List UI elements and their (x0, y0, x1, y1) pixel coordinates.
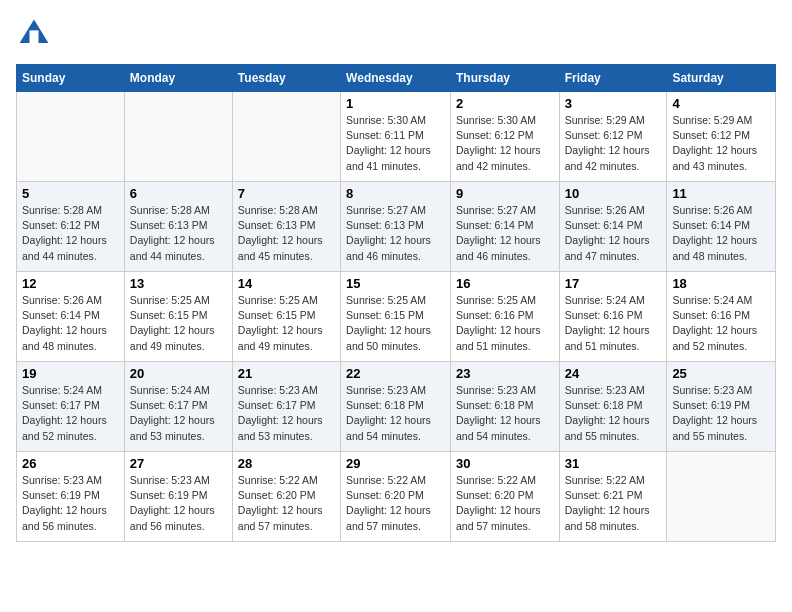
day-info: Sunrise: 5:23 AM Sunset: 6:19 PM Dayligh… (22, 473, 119, 534)
calendar-cell (667, 452, 776, 542)
day-info: Sunrise: 5:24 AM Sunset: 6:17 PM Dayligh… (22, 383, 119, 444)
calendar-cell: 4Sunrise: 5:29 AM Sunset: 6:12 PM Daylig… (667, 92, 776, 182)
calendar-cell: 11Sunrise: 5:26 AM Sunset: 6:14 PM Dayli… (667, 182, 776, 272)
calendar-body: 1Sunrise: 5:30 AM Sunset: 6:11 PM Daylig… (17, 92, 776, 542)
day-info: Sunrise: 5:23 AM Sunset: 6:18 PM Dayligh… (346, 383, 445, 444)
calendar-week-row: 5Sunrise: 5:28 AM Sunset: 6:12 PM Daylig… (17, 182, 776, 272)
calendar-cell (17, 92, 125, 182)
day-number: 3 (565, 96, 662, 111)
day-info: Sunrise: 5:27 AM Sunset: 6:13 PM Dayligh… (346, 203, 445, 264)
day-number: 26 (22, 456, 119, 471)
day-info: Sunrise: 5:23 AM Sunset: 6:17 PM Dayligh… (238, 383, 335, 444)
calendar-cell: 3Sunrise: 5:29 AM Sunset: 6:12 PM Daylig… (559, 92, 667, 182)
calendar-cell: 20Sunrise: 5:24 AM Sunset: 6:17 PM Dayli… (124, 362, 232, 452)
calendar-cell: 31Sunrise: 5:22 AM Sunset: 6:21 PM Dayli… (559, 452, 667, 542)
day-info: Sunrise: 5:28 AM Sunset: 6:12 PM Dayligh… (22, 203, 119, 264)
day-info: Sunrise: 5:22 AM Sunset: 6:20 PM Dayligh… (456, 473, 554, 534)
day-number: 20 (130, 366, 227, 381)
calendar-cell: 21Sunrise: 5:23 AM Sunset: 6:17 PM Dayli… (232, 362, 340, 452)
day-info: Sunrise: 5:25 AM Sunset: 6:15 PM Dayligh… (346, 293, 445, 354)
day-number: 14 (238, 276, 335, 291)
day-number: 31 (565, 456, 662, 471)
calendar-cell (124, 92, 232, 182)
page-header (16, 16, 776, 52)
day-number: 22 (346, 366, 445, 381)
day-info: Sunrise: 5:23 AM Sunset: 6:19 PM Dayligh… (130, 473, 227, 534)
day-info: Sunrise: 5:22 AM Sunset: 6:20 PM Dayligh… (238, 473, 335, 534)
day-number: 23 (456, 366, 554, 381)
day-number: 12 (22, 276, 119, 291)
calendar-cell: 25Sunrise: 5:23 AM Sunset: 6:19 PM Dayli… (667, 362, 776, 452)
calendar-cell: 29Sunrise: 5:22 AM Sunset: 6:20 PM Dayli… (341, 452, 451, 542)
day-number: 10 (565, 186, 662, 201)
calendar-cell: 27Sunrise: 5:23 AM Sunset: 6:19 PM Dayli… (124, 452, 232, 542)
day-info: Sunrise: 5:23 AM Sunset: 6:18 PM Dayligh… (456, 383, 554, 444)
day-info: Sunrise: 5:27 AM Sunset: 6:14 PM Dayligh… (456, 203, 554, 264)
day-info: Sunrise: 5:22 AM Sunset: 6:21 PM Dayligh… (565, 473, 662, 534)
day-info: Sunrise: 5:23 AM Sunset: 6:18 PM Dayligh… (565, 383, 662, 444)
day-number: 11 (672, 186, 770, 201)
day-number: 5 (22, 186, 119, 201)
weekday-header-tuesday: Tuesday (232, 65, 340, 92)
weekday-header-sunday: Sunday (17, 65, 125, 92)
day-info: Sunrise: 5:30 AM Sunset: 6:12 PM Dayligh… (456, 113, 554, 174)
day-number: 1 (346, 96, 445, 111)
calendar-header: SundayMondayTuesdayWednesdayThursdayFrid… (17, 65, 776, 92)
day-info: Sunrise: 5:26 AM Sunset: 6:14 PM Dayligh… (565, 203, 662, 264)
calendar-cell: 22Sunrise: 5:23 AM Sunset: 6:18 PM Dayli… (341, 362, 451, 452)
calendar-cell: 9Sunrise: 5:27 AM Sunset: 6:14 PM Daylig… (450, 182, 559, 272)
day-number: 30 (456, 456, 554, 471)
day-info: Sunrise: 5:23 AM Sunset: 6:19 PM Dayligh… (672, 383, 770, 444)
calendar-cell: 5Sunrise: 5:28 AM Sunset: 6:12 PM Daylig… (17, 182, 125, 272)
calendar-week-row: 12Sunrise: 5:26 AM Sunset: 6:14 PM Dayli… (17, 272, 776, 362)
svg-rect-1 (30, 30, 39, 43)
day-info: Sunrise: 5:28 AM Sunset: 6:13 PM Dayligh… (238, 203, 335, 264)
calendar-cell: 17Sunrise: 5:24 AM Sunset: 6:16 PM Dayli… (559, 272, 667, 362)
day-info: Sunrise: 5:26 AM Sunset: 6:14 PM Dayligh… (22, 293, 119, 354)
day-info: Sunrise: 5:29 AM Sunset: 6:12 PM Dayligh… (672, 113, 770, 174)
day-number: 18 (672, 276, 770, 291)
day-number: 15 (346, 276, 445, 291)
day-number: 13 (130, 276, 227, 291)
calendar-cell: 6Sunrise: 5:28 AM Sunset: 6:13 PM Daylig… (124, 182, 232, 272)
calendar-cell: 16Sunrise: 5:25 AM Sunset: 6:16 PM Dayli… (450, 272, 559, 362)
day-number: 19 (22, 366, 119, 381)
day-number: 25 (672, 366, 770, 381)
day-number: 4 (672, 96, 770, 111)
weekday-header-wednesday: Wednesday (341, 65, 451, 92)
calendar-week-row: 19Sunrise: 5:24 AM Sunset: 6:17 PM Dayli… (17, 362, 776, 452)
calendar-cell: 23Sunrise: 5:23 AM Sunset: 6:18 PM Dayli… (450, 362, 559, 452)
weekday-header-thursday: Thursday (450, 65, 559, 92)
calendar-cell: 10Sunrise: 5:26 AM Sunset: 6:14 PM Dayli… (559, 182, 667, 272)
day-number: 24 (565, 366, 662, 381)
calendar-cell: 28Sunrise: 5:22 AM Sunset: 6:20 PM Dayli… (232, 452, 340, 542)
calendar-week-row: 1Sunrise: 5:30 AM Sunset: 6:11 PM Daylig… (17, 92, 776, 182)
day-number: 2 (456, 96, 554, 111)
day-number: 28 (238, 456, 335, 471)
logo (16, 16, 56, 52)
day-info: Sunrise: 5:29 AM Sunset: 6:12 PM Dayligh… (565, 113, 662, 174)
day-number: 8 (346, 186, 445, 201)
day-number: 27 (130, 456, 227, 471)
weekday-header-monday: Monday (124, 65, 232, 92)
day-info: Sunrise: 5:25 AM Sunset: 6:15 PM Dayligh… (238, 293, 335, 354)
day-number: 29 (346, 456, 445, 471)
calendar-cell: 19Sunrise: 5:24 AM Sunset: 6:17 PM Dayli… (17, 362, 125, 452)
calendar-cell: 26Sunrise: 5:23 AM Sunset: 6:19 PM Dayli… (17, 452, 125, 542)
calendar-cell: 8Sunrise: 5:27 AM Sunset: 6:13 PM Daylig… (341, 182, 451, 272)
weekday-header-friday: Friday (559, 65, 667, 92)
day-info: Sunrise: 5:25 AM Sunset: 6:16 PM Dayligh… (456, 293, 554, 354)
day-info: Sunrise: 5:26 AM Sunset: 6:14 PM Dayligh… (672, 203, 770, 264)
day-info: Sunrise: 5:24 AM Sunset: 6:16 PM Dayligh… (565, 293, 662, 354)
day-number: 7 (238, 186, 335, 201)
calendar-week-row: 26Sunrise: 5:23 AM Sunset: 6:19 PM Dayli… (17, 452, 776, 542)
weekday-header-saturday: Saturday (667, 65, 776, 92)
calendar-table: SundayMondayTuesdayWednesdayThursdayFrid… (16, 64, 776, 542)
day-info: Sunrise: 5:30 AM Sunset: 6:11 PM Dayligh… (346, 113, 445, 174)
logo-icon (16, 16, 52, 52)
calendar-cell: 13Sunrise: 5:25 AM Sunset: 6:15 PM Dayli… (124, 272, 232, 362)
calendar-cell: 24Sunrise: 5:23 AM Sunset: 6:18 PM Dayli… (559, 362, 667, 452)
day-info: Sunrise: 5:25 AM Sunset: 6:15 PM Dayligh… (130, 293, 227, 354)
calendar-cell: 18Sunrise: 5:24 AM Sunset: 6:16 PM Dayli… (667, 272, 776, 362)
day-info: Sunrise: 5:28 AM Sunset: 6:13 PM Dayligh… (130, 203, 227, 264)
